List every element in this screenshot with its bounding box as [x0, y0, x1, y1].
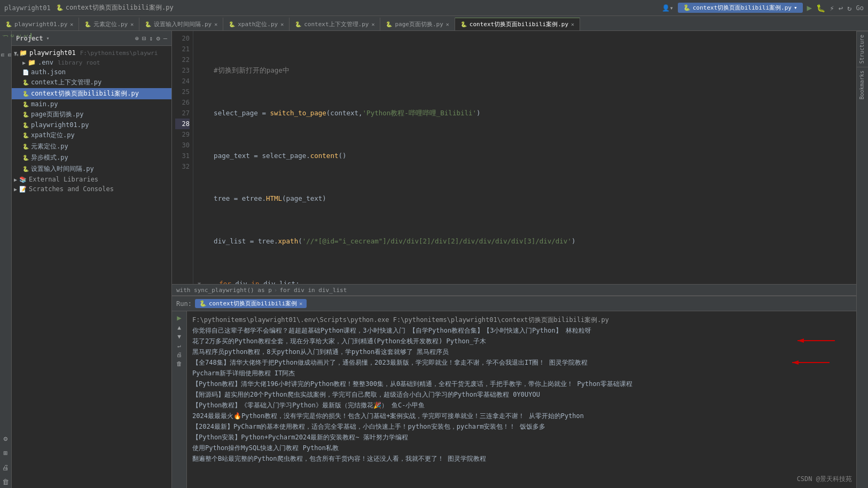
output-line-7: 【附源码】超实用的20个Python爬虫实战案例，学完可自己爬取，超级适合小白入…	[192, 389, 851, 400]
tab-close[interactable]: ✕	[214, 21, 217, 27]
tree-item-page-switch[interactable]: 🐍 page页面切换.py	[12, 109, 171, 120]
item-name: context切换页面bilibili案例.py	[31, 89, 139, 98]
sidebar-commit-icon[interactable]: Commit	[0, 53, 27, 57]
tab-close[interactable]: ✕	[280, 21, 284, 27]
run-up-btn[interactable]: ▲	[177, 324, 181, 331]
section-name: Scratches and Consoles	[29, 185, 114, 193]
tree-item-context-mgmt-file[interactable]: 🐍 context上下文管理.py	[12, 77, 171, 88]
project-add-icon[interactable]: ⊕	[135, 35, 139, 42]
tab-icon: 🐍	[84, 21, 91, 27]
run-clear-btn[interactable]: 🗑	[176, 360, 182, 367]
run-play-icon[interactable]: ▶	[807, 3, 812, 13]
tree-item-xpath-file[interactable]: 🐍 xpath定位.py	[12, 130, 171, 141]
run-output[interactable]: F:\pythonitems\playwright01\.env\Scripts…	[187, 311, 856, 488]
sidebar-bottom-icon2[interactable]: ⊞	[2, 447, 10, 459]
sidebar-bottom-icon1[interactable]: ⚙	[2, 432, 10, 445]
tab-element-location[interactable]: 🐍 元素定位.py ✕	[79, 18, 139, 30]
debug-icon[interactable]: 🐛	[816, 4, 825, 12]
line-numbers: 20 21 22 23 24 25 26 27 28 29 30 31 32	[172, 31, 193, 284]
tab-page-switch[interactable]: 🐍 page页面切换.py ✕	[380, 18, 455, 30]
sidebar-bottom-icon4[interactable]: 🗑	[0, 476, 11, 488]
run-config-badge[interactable]: 🐍 context切换页面bilibili案例.py ▾	[678, 3, 803, 13]
project-header-arrow: ▾	[46, 35, 50, 41]
output-line-2: 花了2万多买的Python教程全套，现在分享给大家，入门到精通(Python全栈…	[192, 336, 851, 347]
code-line-20: #切换到新打开的page中	[198, 65, 852, 76]
tab-context-bilibili[interactable]: 🐍 context切换页面bilibili案例.py ✕	[455, 18, 580, 30]
tree-item-main[interactable]: 🐍 main.py	[12, 99, 171, 109]
file-icon: 🐍	[22, 144, 29, 149]
run-wrap-btn[interactable]: ↵	[177, 342, 181, 349]
tab-icon: 🐍	[145, 21, 151, 27]
file-icon: 🐍	[22, 122, 29, 128]
run-play-btn[interactable]: ▶	[177, 313, 181, 322]
tab-close[interactable]: ✕	[130, 21, 134, 27]
tree-item-env[interactable]: ▶ 📁 .env library root	[12, 58, 171, 67]
title-file-icon: 🐍	[56, 4, 64, 11]
tree-item-auth[interactable]: 📄 auth.json	[12, 67, 171, 77]
tab-close[interactable]: ✕	[371, 21, 374, 27]
tree-section-scratches[interactable]: ▶ 📝 Scratches and Consoles	[12, 184, 171, 194]
tree-root-playwright01[interactable]: ▼ 📁 playwright01 F:\pythonitems\playwri	[12, 48, 171, 58]
bookmarks-label[interactable]: Bookmarks	[857, 67, 868, 103]
tree-item-interval-file[interactable]: 🐍 设置输入时间间隔.py	[12, 163, 171, 175]
tab-label: 元素定位.py	[93, 20, 128, 28]
forward-icon[interactable]: ↻	[847, 4, 851, 12]
tab-close[interactable]: ✕	[571, 21, 574, 27]
file-icon: 🐍	[22, 80, 29, 85]
expand-arrow: ▶	[14, 177, 17, 183]
tree-item-element-file[interactable]: 🐍 元素定位.py	[12, 141, 171, 152]
structure-label[interactable]: Structure	[857, 31, 868, 67]
bc-item-1: with sync_playwright() as p	[176, 287, 272, 294]
scratches-icon: 📝	[19, 186, 27, 193]
run-tab[interactable]: 🐍 context切换页面bilibili案例 ✕	[195, 299, 307, 308]
run-down-btn[interactable]: ▼	[177, 333, 181, 340]
right-labels: Structure Bookmarks	[856, 31, 868, 488]
item-name: main.py	[31, 100, 58, 108]
section-name: External Libraries	[29, 176, 98, 183]
project-sort-icon[interactable]: ↕	[149, 35, 153, 42]
tab-context-mgmt[interactable]: 🐍 context上下文管理.py ✕	[290, 18, 380, 30]
run-print-btn[interactable]: 🖨	[176, 351, 182, 358]
project-collapse-icon[interactable]: —	[163, 35, 167, 42]
code-lines: #切换到新打开的page中 select_page = switch_to_pa…	[193, 31, 856, 284]
tree-item-context-bilibili-file[interactable]: 🐍 context切换页面bilibili案例.py	[12, 88, 171, 99]
code-line-23: tree = etree.HTML(page_text)	[198, 193, 852, 204]
sidebar-project-icon[interactable]: Project	[0, 33, 32, 38]
folder-icon: 📁	[28, 59, 36, 66]
tree-item-async-file[interactable]: 🐍 异步模式.py	[12, 152, 171, 163]
item-name: context上下文管理.py	[31, 78, 101, 87]
tab-set-input-interval[interactable]: 🐍 设置输入时间间隔.py ✕	[139, 18, 223, 30]
run-toolbar: ▶ ▲ ▼ ↵ 🖨 🗑	[172, 311, 187, 488]
go-label[interactable]: Go	[856, 4, 864, 12]
tab-playwright01[interactable]: 🐍 playwright01.py ✕	[0, 18, 79, 30]
red-arrow-2	[787, 357, 830, 368]
file-icon: 🐍	[22, 166, 29, 172]
tab-label: page页面切换.py	[395, 20, 443, 28]
code-scroll[interactable]: 20 21 22 23 24 25 26 27 28 29 30 31 32	[172, 31, 856, 284]
output-line-12: 使用Python操作MySQL快速入门教程 Python私教	[192, 443, 851, 453]
run-panel: Run: 🐍 context切换页面bilibili案例 ✕ ▶ ▲ ▼ ↵ 🖨…	[172, 296, 856, 488]
bc-item-2: for div in div_list	[279, 287, 347, 294]
output-line-10: 【2024最新】PyCharm的基本使用教程，适合完全零基础，小白快速上手！py…	[192, 421, 851, 432]
item-name: page页面切换.py	[31, 110, 84, 119]
item-name: 异步模式.py	[31, 153, 68, 162]
tab-close[interactable]: ✕	[70, 21, 73, 27]
tree-item-playwright01-file[interactable]: 🐍 playwright01.py	[12, 120, 171, 130]
tree-section-external-libs[interactable]: ▶ 📚 External Libraries	[12, 175, 171, 184]
tab-label: xpath定位.py	[238, 20, 278, 28]
back-icon[interactable]: ↩	[839, 4, 843, 12]
tab-close[interactable]: ✕	[446, 21, 449, 27]
output-line-4: 【全748集】清华大佬终于把Python做成动画片了，通俗易懂，2023最新版，…	[192, 357, 851, 368]
coverage-icon[interactable]: ⚡	[830, 4, 834, 12]
lib-icon: 📚	[19, 176, 27, 183]
run-tab-close[interactable]: ✕	[299, 301, 302, 306]
project-layout-icon[interactable]: ⊟	[142, 35, 146, 42]
run-config-icon: 🐍	[683, 4, 691, 11]
tab-xpath[interactable]: 🐍 xpath定位.py ✕	[223, 18, 290, 30]
output-line-11: 【Python安装】Python+Pycharm2024最新的安装教程~ 落叶努…	[192, 432, 851, 443]
item-name: .env	[38, 59, 53, 66]
item-name: auth.json	[31, 68, 66, 76]
sidebar-bottom-icon3[interactable]: 🖨	[0, 461, 11, 474]
run-config-arrow: ▾	[794, 4, 797, 11]
project-gear-icon[interactable]: ⚙	[157, 35, 160, 42]
